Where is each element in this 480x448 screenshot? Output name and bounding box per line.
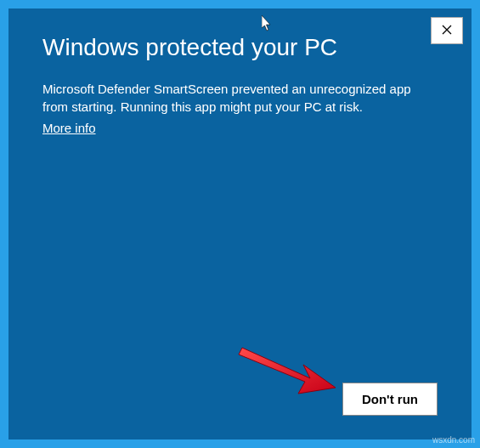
more-info-link[interactable]: More info bbox=[42, 121, 96, 135]
dont-run-button[interactable]: Don't run bbox=[342, 383, 438, 416]
dialog-title: Windows protected your PC bbox=[42, 34, 438, 61]
spacer bbox=[42, 135, 438, 383]
smartscreen-dialog: Windows protected your PC Microsoft Defe… bbox=[8, 9, 472, 439]
cursor-icon bbox=[262, 15, 274, 32]
dialog-footer: Don't run bbox=[42, 383, 438, 416]
dialog-body: Microsoft Defender SmartScreen prevented… bbox=[42, 80, 438, 116]
watermark-text: wsxdn.com bbox=[432, 435, 475, 445]
close-icon bbox=[442, 25, 452, 37]
